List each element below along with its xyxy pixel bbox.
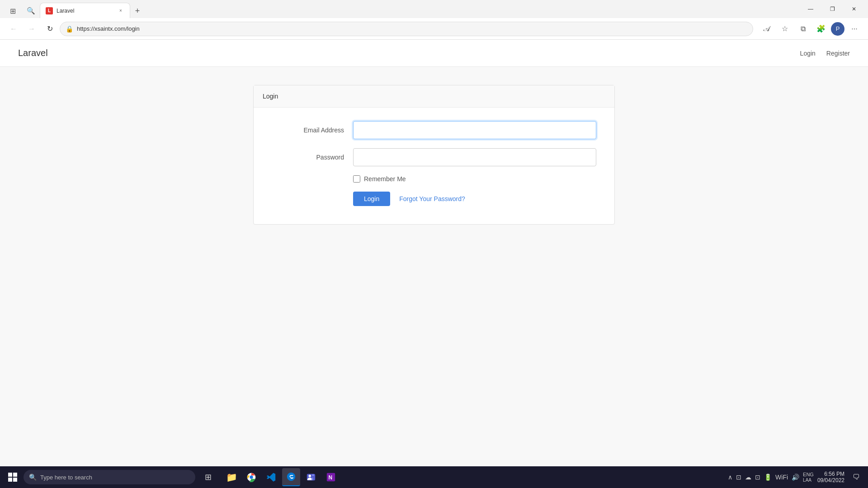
forgot-password-link[interactable]: Forgot Your Password?	[399, 195, 465, 202]
app-navbar: Laravel Login Register	[0, 40, 868, 67]
taskbar: 🔍 Type here to search ⊞ 📁	[0, 466, 868, 488]
lock-icon: 🔒	[66, 25, 73, 33]
taskbar-search-text: Type here to search	[40, 474, 92, 481]
taskbar-file-explorer[interactable]: 📁	[222, 468, 241, 486]
extension-icon: 🧩	[816, 24, 826, 33]
task-view-icon: ⊞	[205, 472, 212, 482]
minimize-button[interactable]: —	[800, 2, 821, 16]
svg-point-3	[312, 474, 314, 476]
page-content: Laravel Login Register Login Email Addre…	[0, 40, 868, 488]
new-tab-button[interactable]: +	[130, 4, 145, 18]
search-icon: 🔍	[27, 7, 35, 15]
taskbar-apps: 📁	[222, 468, 340, 486]
remember-me-checkbox[interactable]	[353, 175, 360, 183]
app-brand: Laravel	[18, 48, 48, 58]
star-icon: ☆	[782, 24, 788, 33]
refresh-button[interactable]: ↻	[42, 21, 58, 37]
password-input[interactable]	[353, 148, 596, 166]
password-form-group: Password	[272, 148, 596, 166]
password-label: Password	[272, 154, 353, 161]
login-card: Login Email Address Password	[253, 85, 615, 225]
read-aloud-icon: 𝒜	[764, 25, 770, 33]
email-form-group: Email Address	[272, 121, 596, 139]
tab-favicon: L	[46, 7, 53, 14]
collections-icon: ⧉	[801, 25, 806, 33]
volume-icon[interactable]: 🔊	[792, 474, 799, 481]
tab-area: ⊞ 🔍 L Laravel × +	[4, 0, 798, 18]
maximize-button[interactable]: ❐	[822, 2, 843, 16]
wifi-icon[interactable]: WiFi	[775, 474, 788, 481]
login-card-title: Login	[263, 93, 278, 100]
sidebar-icon: ⊞	[10, 7, 16, 15]
address-bar[interactable]: 🔒 https://xsaintx.com/login	[60, 22, 753, 36]
taskbar-teams[interactable]	[302, 468, 320, 486]
chevron-up-icon[interactable]: ∧	[728, 474, 732, 481]
language-icon: ENG LAA	[803, 472, 814, 483]
login-card-body: Email Address Password Remember Me	[254, 108, 614, 224]
nav-login-link[interactable]: Login	[800, 50, 816, 57]
taskbar-onenote[interactable]: N	[322, 468, 340, 486]
onenote-icon: N	[326, 472, 336, 482]
svg-point-2	[309, 475, 311, 478]
windows-icon	[8, 473, 17, 482]
favorites-button[interactable]: ☆	[777, 21, 793, 37]
taskbar-chrome[interactable]	[242, 468, 260, 486]
nav-links: Login Register	[800, 50, 850, 57]
avatar-initial: P	[836, 25, 840, 32]
battery-icon: 🔋	[764, 474, 772, 481]
forward-button[interactable]: →	[24, 21, 40, 37]
taskbar-search[interactable]: 🔍 Type here to search	[24, 470, 195, 484]
time-text: 6:56 PM	[817, 471, 844, 477]
collections-button[interactable]: ⧉	[795, 21, 811, 37]
start-button[interactable]	[4, 468, 22, 486]
browser-toolbar: ← → ↻ 🔒 https://xsaintx.com/login 𝒜 ☆ ⧉ …	[0, 18, 868, 40]
form-actions: Login Forgot Your Password?	[272, 192, 596, 206]
remember-me-label: Remember Me	[364, 175, 406, 183]
task-view-button[interactable]: ⊞	[199, 468, 217, 486]
tablet-mode-icon: ⊡	[736, 474, 741, 481]
back-button[interactable]: ←	[5, 21, 22, 37]
chrome-icon	[246, 472, 256, 482]
taskbar-edge[interactable]	[282, 468, 300, 486]
close-button[interactable]: ✕	[844, 2, 864, 16]
active-tab[interactable]: L Laravel ×	[40, 3, 130, 18]
system-icon: ⊡	[755, 474, 760, 481]
title-bar: ⊞ 🔍 L Laravel × + — ❐ ✕	[0, 0, 868, 18]
notification-icon: 🗨	[853, 473, 860, 481]
profile-avatar[interactable]: P	[831, 22, 844, 36]
onedrive-icon[interactable]: ☁	[745, 474, 751, 481]
taskbar-vscode[interactable]	[262, 468, 280, 486]
email-input[interactable]	[353, 121, 596, 139]
taskbar-search-icon: 🔍	[29, 474, 37, 481]
remember-me-group: Remember Me	[272, 175, 596, 183]
extension-button[interactable]: 🧩	[813, 21, 829, 37]
vscode-icon	[266, 472, 276, 482]
edge-icon	[286, 472, 296, 482]
login-button[interactable]: Login	[353, 192, 390, 206]
tab-inactive[interactable]: ⊞	[4, 4, 22, 18]
more-icon: ···	[851, 25, 857, 33]
tab-title: Laravel	[57, 8, 113, 14]
taskbar-right: ∧ ⊡ ☁ ⊡ 🔋 WiFi 🔊 ENG LAA 6:56 PM 09/04/2…	[728, 469, 864, 485]
l-logo: L	[46, 7, 53, 14]
taskbar-time[interactable]: 6:56 PM 09/04/2022	[817, 471, 844, 483]
svg-text:N: N	[329, 474, 333, 481]
url-text: https://xsaintx.com/login	[77, 25, 747, 32]
nav-register-link[interactable]: Register	[826, 50, 850, 57]
toolbar-actions: 𝒜 ☆ ⧉ 🧩 P ···	[759, 21, 863, 37]
read-aloud-button[interactable]: 𝒜	[759, 21, 775, 37]
email-label: Email Address	[272, 127, 353, 134]
tab-close-button[interactable]: ×	[117, 7, 124, 14]
taskbar-system-icons: ∧ ⊡ ☁ ⊡ 🔋 WiFi 🔊 ENG LAA	[728, 472, 814, 483]
window-controls: — ❐ ✕	[800, 2, 864, 16]
more-button[interactable]: ···	[846, 21, 863, 37]
tab-search[interactable]: 🔍	[22, 4, 40, 18]
teams-icon	[306, 472, 316, 482]
file-explorer-icon: 📁	[226, 472, 237, 483]
date-text: 09/04/2022	[817, 477, 844, 483]
notification-button[interactable]: 🗨	[848, 469, 864, 485]
login-container: Login Email Address Password	[244, 85, 624, 225]
login-card-header: Login	[254, 85, 614, 108]
